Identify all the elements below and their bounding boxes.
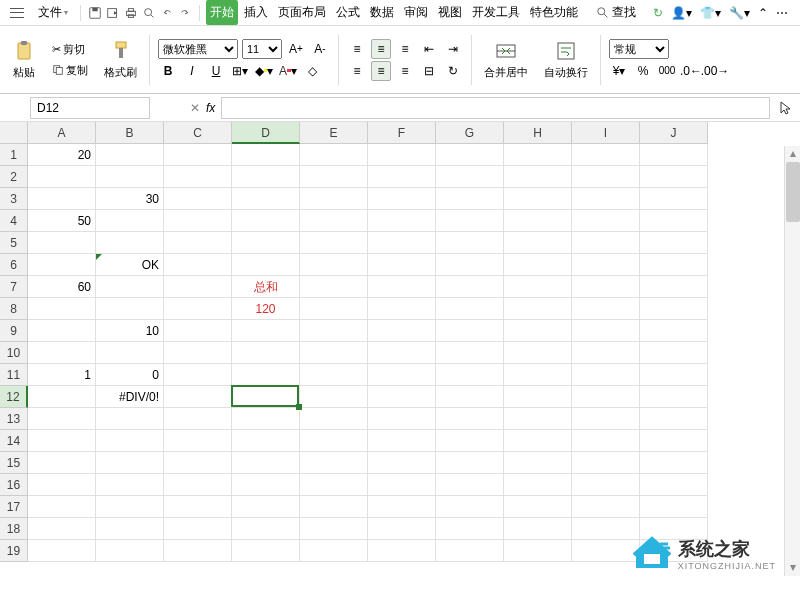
save-icon[interactable] <box>87 5 103 21</box>
cell-A16[interactable] <box>28 474 96 496</box>
cell-D16[interactable] <box>232 474 300 496</box>
row-header[interactable]: 9 <box>0 320 28 342</box>
cell-G16[interactable] <box>436 474 504 496</box>
cell-I5[interactable] <box>572 232 640 254</box>
cell-H6[interactable] <box>504 254 572 276</box>
cell-B9[interactable]: 10 <box>96 320 164 342</box>
cell-A7[interactable]: 60 <box>28 276 96 298</box>
cell-J5[interactable] <box>640 232 708 254</box>
cell-G18[interactable] <box>436 518 504 540</box>
cell-F6[interactable] <box>368 254 436 276</box>
row-header[interactable]: 12 <box>0 386 28 408</box>
cell-J17[interactable] <box>640 496 708 518</box>
align-left-button[interactable]: ≡ <box>347 61 367 81</box>
cell-G2[interactable] <box>436 166 504 188</box>
cut-button[interactable]: ✂剪切 <box>48 40 92 59</box>
cell-F13[interactable] <box>368 408 436 430</box>
formula-input[interactable] <box>221 97 770 119</box>
cell-C14[interactable] <box>164 430 232 452</box>
output-icon[interactable] <box>105 5 121 21</box>
cell-B11[interactable]: 0 <box>96 364 164 386</box>
cell-G5[interactable] <box>436 232 504 254</box>
cell-C3[interactable] <box>164 188 232 210</box>
cell-H10[interactable] <box>504 342 572 364</box>
redo-icon[interactable] <box>177 5 193 21</box>
cell-F10[interactable] <box>368 342 436 364</box>
cell-H18[interactable] <box>504 518 572 540</box>
align-top-button[interactable]: ≡ <box>347 39 367 59</box>
number-format-select[interactable]: 常规 <box>609 39 669 59</box>
cell-H19[interactable] <box>504 540 572 562</box>
cell-I17[interactable] <box>572 496 640 518</box>
print-preview-icon[interactable] <box>141 5 157 21</box>
cell-B17[interactable] <box>96 496 164 518</box>
cell-J3[interactable] <box>640 188 708 210</box>
borders-button[interactable]: ⊞▾ <box>230 61 250 81</box>
tab-view[interactable]: 视图 <box>434 0 466 25</box>
cell-F12[interactable] <box>368 386 436 408</box>
decrease-decimal-button[interactable]: .00→ <box>705 61 725 81</box>
tab-data[interactable]: 数据 <box>366 0 398 25</box>
cell-D18[interactable] <box>232 518 300 540</box>
cell-C11[interactable] <box>164 364 232 386</box>
cell-H11[interactable] <box>504 364 572 386</box>
cell-F19[interactable] <box>368 540 436 562</box>
cell-I19[interactable] <box>572 540 640 562</box>
cell-E4[interactable] <box>300 210 368 232</box>
cell-E19[interactable] <box>300 540 368 562</box>
cell-E3[interactable] <box>300 188 368 210</box>
row-header[interactable]: 4 <box>0 210 28 232</box>
column-header[interactable]: C <box>164 122 232 144</box>
cell-C7[interactable] <box>164 276 232 298</box>
cell-H1[interactable] <box>504 144 572 166</box>
cell-F16[interactable] <box>368 474 436 496</box>
cell-F11[interactable] <box>368 364 436 386</box>
user-icon[interactable]: 👤▾ <box>671 6 692 20</box>
cell-E10[interactable] <box>300 342 368 364</box>
column-header[interactable]: J <box>640 122 708 144</box>
cell-B15[interactable] <box>96 452 164 474</box>
align-middle-button[interactable]: ≡ <box>371 39 391 59</box>
column-header[interactable]: E <box>300 122 368 144</box>
cell-D7[interactable]: 总和 <box>232 276 300 298</box>
cell-I13[interactable] <box>572 408 640 430</box>
percent-button[interactable]: % <box>633 61 653 81</box>
scrollbar-thumb[interactable] <box>786 162 800 222</box>
cell-F14[interactable] <box>368 430 436 452</box>
cell-E13[interactable] <box>300 408 368 430</box>
cell-I12[interactable] <box>572 386 640 408</box>
cell-I1[interactable] <box>572 144 640 166</box>
cell-G7[interactable] <box>436 276 504 298</box>
fill-color-button[interactable]: ◆▾ <box>254 61 274 81</box>
cell-A19[interactable] <box>28 540 96 562</box>
cell-E14[interactable] <box>300 430 368 452</box>
format-painter-button[interactable]: 格式刷 <box>100 35 141 84</box>
scroll-down-icon[interactable]: ▾ <box>785 560 800 576</box>
cell-B12[interactable]: #DIV/0! <box>96 386 164 408</box>
cell-C9[interactable] <box>164 320 232 342</box>
cell-F4[interactable] <box>368 210 436 232</box>
cell-D14[interactable] <box>232 430 300 452</box>
cell-A4[interactable]: 50 <box>28 210 96 232</box>
column-header[interactable]: G <box>436 122 504 144</box>
column-header[interactable]: I <box>572 122 640 144</box>
cell-F3[interactable] <box>368 188 436 210</box>
cell-J6[interactable] <box>640 254 708 276</box>
print-icon[interactable] <box>123 5 139 21</box>
cell-E6[interactable] <box>300 254 368 276</box>
align-bottom-button[interactable]: ≡ <box>395 39 415 59</box>
italic-button[interactable]: I <box>182 61 202 81</box>
cell-J12[interactable] <box>640 386 708 408</box>
cell-D11[interactable] <box>232 364 300 386</box>
cell-E17[interactable] <box>300 496 368 518</box>
cell-A9[interactable] <box>28 320 96 342</box>
cell-A2[interactable] <box>28 166 96 188</box>
cell-I18[interactable] <box>572 518 640 540</box>
cell-H16[interactable] <box>504 474 572 496</box>
cell-H4[interactable] <box>504 210 572 232</box>
cell-A11[interactable]: 1 <box>28 364 96 386</box>
cell-D13[interactable] <box>232 408 300 430</box>
cell-C10[interactable] <box>164 342 232 364</box>
cell-H3[interactable] <box>504 188 572 210</box>
cell-D12[interactable] <box>232 386 300 408</box>
